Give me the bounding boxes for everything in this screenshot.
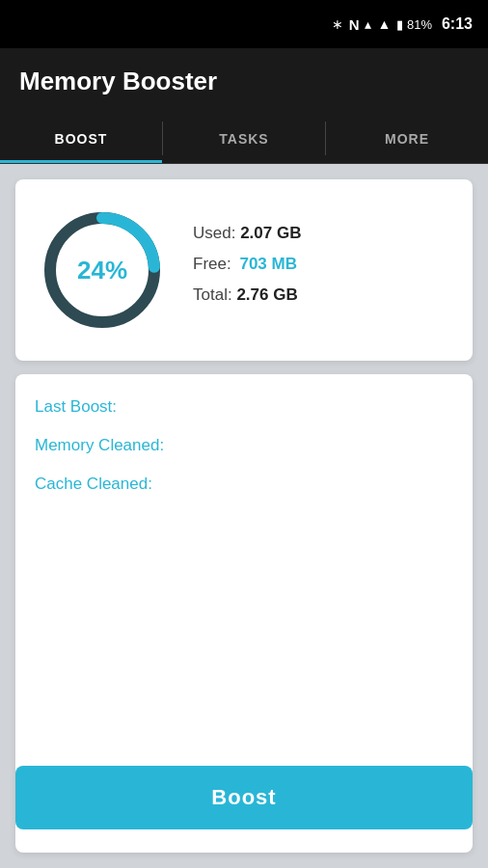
status-icons: ∗ N ▴ ▲ ▮ 81% 6:13 <box>332 15 473 33</box>
signal-icon: ▲ <box>377 16 391 32</box>
tab-tasks[interactable]: TASKS <box>163 114 325 163</box>
boost-button[interactable]: Boost <box>15 766 473 829</box>
memory-donut-chart: 24% <box>35 203 170 338</box>
memory-cleaned-row: Memory Cleaned: <box>35 436 453 455</box>
used-stat: Used: 2.07 GB <box>193 224 453 243</box>
main-content: 24% Used: 2.07 GB Free: 703 MB Total: 2.… <box>0 164 488 868</box>
memory-card: 24% Used: 2.07 GB Free: 703 MB Total: 2.… <box>15 179 473 361</box>
battery-icon: ▮ 81% <box>396 17 432 32</box>
tab-more[interactable]: MORE <box>326 114 488 163</box>
bluetooth-icon: ∗ <box>332 16 343 32</box>
status-bar: ∗ N ▴ ▲ ▮ 81% 6:13 <box>0 0 488 48</box>
memory-stats: Used: 2.07 GB Free: 703 MB Total: 2.76 G… <box>193 224 453 316</box>
total-stat: Total: 2.76 GB <box>193 285 453 305</box>
tab-boost[interactable]: BOOST <box>0 114 162 163</box>
donut-percentage: 24% <box>77 256 127 285</box>
app-title: Memory Booster <box>19 67 217 96</box>
status-time: 6:13 <box>442 15 473 33</box>
network-n-icon: N <box>349 16 360 33</box>
tabs-bar: BOOST TASKS MORE <box>0 114 488 164</box>
last-boost-row: Last Boost: <box>35 397 453 417</box>
free-stat: Free: 703 MB <box>193 255 453 274</box>
app-header: Memory Booster <box>0 48 488 114</box>
wifi-icon: ▴ <box>365 16 371 32</box>
cache-cleaned-row: Cache Cleaned: <box>35 475 453 494</box>
boost-button-container: Boost <box>0 766 488 829</box>
